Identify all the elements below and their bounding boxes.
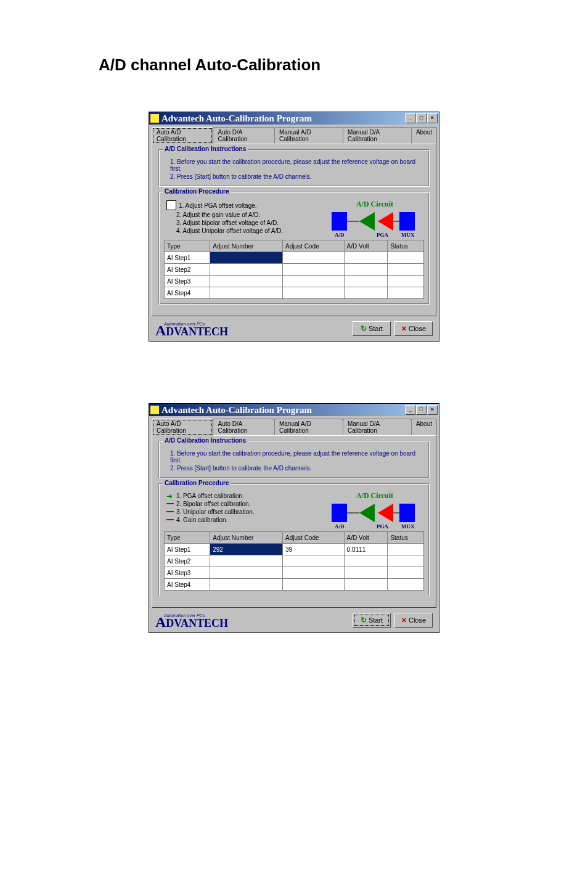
cell-ad-volt <box>344 264 388 276</box>
maximize-button[interactable]: □ <box>416 113 427 123</box>
cell-type: AI Step1 <box>165 544 210 555</box>
tab-manual-ad[interactable]: Manual A/D Calibration <box>274 127 343 144</box>
step-pending-icon <box>166 519 174 520</box>
step-text: 2. Bipolar offset calibration. <box>176 501 250 507</box>
close-window-button[interactable]: × <box>427 113 438 123</box>
cell-adjust-number <box>210 276 283 287</box>
svg-marker-11 <box>378 504 393 522</box>
tabstrip: Auto A/D Calibration Auto D/A Calibratio… <box>152 127 436 144</box>
advantech-logo: Automation over PCs ADVANTECH <box>155 613 353 628</box>
col-header: Type <box>165 532 210 544</box>
tab-manual-ad[interactable]: Manual A/D Calibration <box>274 419 343 435</box>
cell-ad-volt <box>344 276 388 287</box>
step-indicator-icon <box>166 219 174 226</box>
start-icon <box>361 616 367 624</box>
table-row: AI Step2 <box>165 264 424 276</box>
col-header: A/D Volt <box>344 532 388 544</box>
svg-rect-3 <box>399 212 415 231</box>
svg-text:PGA: PGA <box>377 523 388 530</box>
cell-type: AI Step2 <box>165 555 210 567</box>
cell-status <box>388 544 424 555</box>
cell-type: AI Step4 <box>165 579 210 591</box>
tabstrip: Auto A/D Calibration Auto D/A Calibratio… <box>152 419 436 435</box>
col-header: Adjust Code <box>283 532 345 544</box>
cell-ad-volt <box>344 567 388 579</box>
svg-text:A/D: A/D <box>335 523 345 530</box>
cell-adjust-code <box>283 252 345 264</box>
tab-manual-da[interactable]: Manual D/A Calibration <box>343 127 412 144</box>
instructions-title: A/D Calibration Instructions <box>163 437 248 444</box>
table-row: AI Step3 <box>165 276 424 287</box>
cell-status <box>388 555 424 567</box>
app-window: Advantech Auto-Calibration Program _ □ ×… <box>149 112 439 342</box>
cell-type: AI Step3 <box>165 567 210 579</box>
instruction-line: 2. Press [Start] button to calibrate the… <box>170 173 424 180</box>
cell-ad-volt <box>344 555 388 567</box>
table-row: AI Step1 <box>165 252 424 264</box>
start-button[interactable]: Start <box>353 613 391 628</box>
close-window-button[interactable]: × <box>427 405 438 415</box>
cell-status <box>388 567 424 579</box>
col-header: Adjust Number <box>210 532 283 544</box>
tab-auto-da[interactable]: Auto D/A Calibration <box>213 127 274 144</box>
table-row: AI Step4 <box>165 287 424 299</box>
window-title: Advantech Auto-Calibration Program <box>161 113 405 124</box>
minimize-button[interactable]: _ <box>405 113 415 123</box>
step-pending-icon <box>166 511 174 512</box>
cell-adjust-number <box>210 252 283 264</box>
svg-marker-2 <box>378 212 393 231</box>
minimize-button[interactable]: _ <box>405 405 415 415</box>
step-indicator-icon <box>166 200 176 210</box>
tab-auto-da[interactable]: Auto D/A Calibration <box>213 419 274 435</box>
step-text: 3. Adjust bipolar offset voltage of A/D. <box>176 219 279 226</box>
col-header: Type <box>165 240 210 252</box>
cell-status <box>388 252 424 264</box>
circuit-title: A/D Circuit <box>325 491 424 501</box>
app-window: Advantech Auto-Calibration Program _ □ ×… <box>149 403 439 633</box>
svg-text:MUX: MUX <box>401 232 415 238</box>
tab-manual-da[interactable]: Manual D/A Calibration <box>343 419 412 435</box>
cell-adjust-number <box>210 567 283 579</box>
svg-text:MUX: MUX <box>401 523 415 530</box>
tab-about[interactable]: About <box>411 127 437 144</box>
calibration-table: Type Adjust Number Adjust Code A/D Volt … <box>164 531 424 591</box>
tab-about[interactable]: About <box>411 419 437 435</box>
close-button[interactable]: Close <box>394 613 433 628</box>
cell-status <box>388 276 424 287</box>
cell-adjust-number <box>210 579 283 591</box>
step-text: 4. Gain calibration. <box>176 517 227 523</box>
cell-adjust-number <box>210 287 283 299</box>
cell-type: AI Step3 <box>165 276 210 287</box>
instructions-title: A/D Calibration Instructions <box>163 145 248 152</box>
col-header: Adjust Number <box>210 240 283 252</box>
table-row: AI Step3 <box>165 567 424 579</box>
instruction-line: 1. Before you start the calibration proc… <box>170 450 424 464</box>
circuit-diagram: A/D Circuit A/D PGA MUX <box>325 200 424 240</box>
app-icon <box>150 114 159 123</box>
svg-marker-10 <box>359 504 375 522</box>
start-button[interactable]: Start <box>353 321 391 336</box>
table-row: AI Step1 292 39 0.0111 <box>165 544 424 555</box>
window-title: Advantech Auto-Calibration Program <box>161 405 405 415</box>
advantech-logo: Automation over PCs ADVANTECH <box>155 322 353 336</box>
svg-rect-9 <box>332 504 347 522</box>
page-title: A/D channel Auto-Calibration <box>99 55 588 75</box>
svg-rect-0 <box>332 212 347 231</box>
step-text: 1. Adjust PGA offset voltage. <box>179 202 257 209</box>
col-header: Adjust Code <box>283 240 345 252</box>
tab-auto-ad[interactable]: Auto A/D Calibration <box>152 127 213 144</box>
cell-ad-volt <box>344 287 388 299</box>
step-text: 1. PGA offset calibration. <box>176 493 244 499</box>
cell-adjust-number <box>210 555 283 567</box>
procedure-title: Calibration Procedure <box>163 188 231 195</box>
svg-text:A/D: A/D <box>335 232 345 238</box>
svg-text:PGA: PGA <box>377 232 388 238</box>
start-icon <box>361 324 367 333</box>
circuit-svg: A/D PGA MUX <box>329 501 421 530</box>
app-icon <box>150 406 159 414</box>
circuit-diagram: A/D Circuit A/D PGA MUX <box>325 491 424 531</box>
titlebar: Advantech Auto-Calibration Program _ □ × <box>149 404 439 416</box>
maximize-button[interactable]: □ <box>416 405 427 415</box>
tab-auto-ad[interactable]: Auto A/D Calibration <box>152 419 213 436</box>
close-button[interactable]: Close <box>394 321 433 336</box>
